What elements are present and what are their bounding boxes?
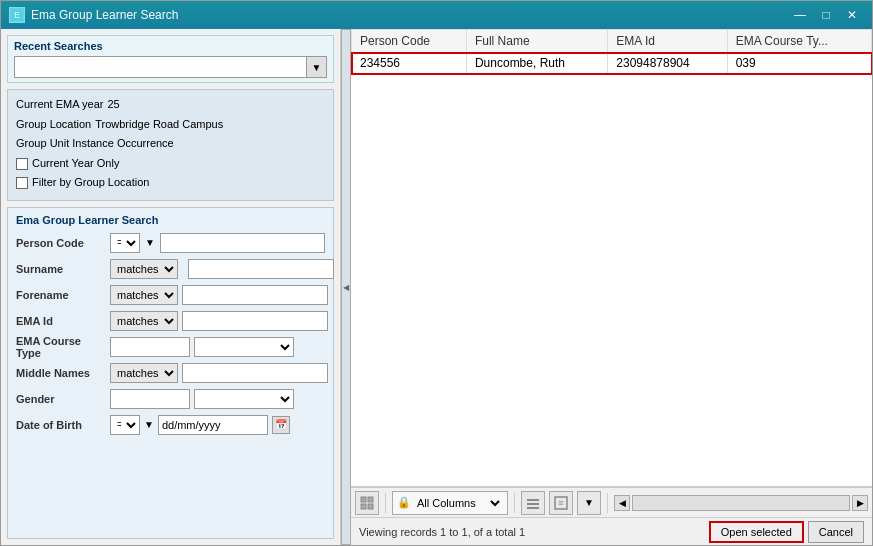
- status-bar: Viewing records 1 to 1, of a total 1 Ope…: [351, 517, 872, 545]
- cell-person-code: 234556: [352, 53, 467, 74]
- ema-id-matches[interactable]: matches: [110, 311, 178, 331]
- lock-icon: 🔒: [397, 496, 411, 509]
- svg-rect-3: [368, 497, 373, 502]
- resize-arrow: ◀: [343, 283, 349, 292]
- dob-input[interactable]: [158, 415, 268, 435]
- dob-label: Date of Birth: [16, 419, 106, 431]
- dob-row: Date of Birth = ▼ 📅: [16, 414, 325, 436]
- svg-text:E: E: [14, 10, 20, 20]
- middle-names-label: Middle Names: [16, 367, 106, 379]
- ema-course-type-label: EMA Course Type: [16, 335, 106, 359]
- calendar-icon[interactable]: 📅: [272, 416, 290, 434]
- gender-row: Gender: [16, 388, 325, 410]
- info-section: Current EMA year 25 Group Location Trowb…: [7, 89, 334, 201]
- right-panel: Person Code Full Name EMA Id EMA Course …: [351, 29, 872, 545]
- gender-input[interactable]: [110, 389, 190, 409]
- left-panel: Recent Searches ▼ Current EMA year 25 Gr…: [1, 29, 341, 545]
- current-ema-label: Current EMA year: [16, 96, 103, 114]
- filter-by-group-label: Filter by Group Location: [32, 174, 149, 192]
- title-bar: E Ema Group Learner Search — □ ✕: [1, 1, 872, 29]
- main-content: Recent Searches ▼ Current EMA year 25 Gr…: [1, 29, 872, 545]
- toolbar-icon-btn-3[interactable]: ≡: [549, 491, 573, 515]
- scroll-track[interactable]: [632, 495, 850, 511]
- svg-rect-4: [361, 504, 366, 509]
- recent-searches-dropdown: ▼: [14, 56, 327, 78]
- person-code-sep: ▼: [145, 237, 155, 248]
- columns-dropdown: 🔒 All Columns Selected Columns: [392, 491, 508, 515]
- forename-label: Forename: [16, 289, 106, 301]
- recent-searches-label: Recent Searches: [14, 40, 327, 52]
- gender-dropdown[interactable]: [194, 389, 294, 409]
- ema-course-type-dropdown[interactable]: [194, 337, 294, 357]
- maximize-button[interactable]: □: [814, 5, 838, 25]
- person-code-row: Person Code = ▼: [16, 232, 325, 254]
- ema-id-label: EMA Id: [16, 315, 106, 327]
- recent-searches-dropdown-btn[interactable]: ▼: [307, 56, 327, 78]
- cancel-button[interactable]: Cancel: [808, 521, 864, 543]
- svg-rect-6: [527, 499, 539, 501]
- title-bar-left: E Ema Group Learner Search: [9, 7, 178, 23]
- middle-names-input[interactable]: [182, 363, 328, 383]
- surname-label: Surname: [16, 263, 106, 275]
- recent-searches-input[interactable]: [14, 56, 307, 78]
- current-year-checkbox[interactable]: [16, 158, 28, 170]
- bottom-toolbar: 🔒 All Columns Selected Columns: [351, 487, 872, 517]
- forename-input[interactable]: [182, 285, 328, 305]
- scroll-right-btn[interactable]: ▶: [852, 495, 868, 511]
- toolbar-icon-btn-1[interactable]: [355, 491, 379, 515]
- middle-names-row: Middle Names matches: [16, 362, 325, 384]
- svg-text:≡: ≡: [558, 498, 563, 508]
- person-code-operator[interactable]: =: [110, 233, 140, 253]
- toolbar-icon-btn-2[interactable]: [521, 491, 545, 515]
- group-unit-row: Group Unit Instance Occurrence: [16, 135, 325, 153]
- status-text: Viewing records 1 to 1, of a total 1: [359, 526, 525, 538]
- cell-ema-id: 23094878904: [608, 53, 727, 74]
- ema-id-input[interactable]: [182, 311, 328, 331]
- ema-course-type-input[interactable]: [110, 337, 190, 357]
- surname-input[interactable]: [188, 259, 334, 279]
- close-button[interactable]: ✕: [840, 5, 864, 25]
- window-title: Ema Group Learner Search: [31, 8, 178, 22]
- group-unit-label: Group Unit Instance Occurrence: [16, 135, 174, 153]
- cell-full-name: Duncombe, Ruth: [466, 53, 607, 74]
- forename-matches[interactable]: matches: [110, 285, 178, 305]
- toolbar-sep-3: [607, 493, 608, 513]
- toolbar-sep-1: [385, 493, 386, 513]
- col-full-name: Full Name: [466, 30, 607, 53]
- search-section: Ema Group Learner Search Person Code = ▼: [7, 207, 334, 539]
- results-table-container: Person Code Full Name EMA Id EMA Course …: [351, 29, 872, 487]
- col-ema-course-type: EMA Course Ty...: [727, 30, 871, 53]
- recent-searches-section: Recent Searches ▼: [7, 35, 334, 83]
- dob-operator[interactable]: =: [110, 415, 140, 435]
- columns-select[interactable]: All Columns Selected Columns: [413, 496, 503, 510]
- svg-rect-7: [527, 503, 539, 505]
- scroll-left-btn[interactable]: ◀: [614, 495, 630, 511]
- title-bar-controls: — □ ✕: [788, 5, 864, 25]
- open-selected-button[interactable]: Open selected: [709, 521, 804, 543]
- svg-rect-8: [527, 507, 539, 509]
- current-year-row: Current Year Only: [16, 155, 325, 173]
- search-section-title: Ema Group Learner Search: [16, 214, 325, 226]
- toolbar-icon-btn-4[interactable]: ▼: [577, 491, 601, 515]
- main-window: E Ema Group Learner Search — □ ✕ Recent …: [0, 0, 873, 546]
- col-ema-id: EMA Id: [608, 30, 727, 53]
- results-table: Person Code Full Name EMA Id EMA Course …: [351, 29, 872, 74]
- table-row[interactable]: 234556 Duncombe, Ruth 23094878904 039: [352, 53, 872, 74]
- person-code-label: Person Code: [16, 237, 106, 249]
- minimize-button[interactable]: —: [788, 5, 812, 25]
- form-grid: Person Code = ▼ Surname matches: [16, 232, 325, 436]
- current-year-label: Current Year Only: [32, 155, 119, 173]
- surname-row: Surname matches: [16, 258, 325, 280]
- toolbar-sep-2: [514, 493, 515, 513]
- svg-rect-2: [361, 497, 366, 502]
- gender-label: Gender: [16, 393, 106, 405]
- surname-matches[interactable]: matches: [110, 259, 178, 279]
- scroll-area: ◀ ▶: [614, 495, 868, 511]
- person-code-input[interactable]: [160, 233, 325, 253]
- group-location-label: Group Location: [16, 116, 91, 134]
- current-ema-value: 25: [107, 96, 119, 114]
- cell-ema-course-type: 039: [727, 53, 871, 74]
- filter-by-group-checkbox[interactable]: [16, 177, 28, 189]
- panel-resize-handle[interactable]: ◀: [341, 29, 351, 545]
- middle-names-matches[interactable]: matches: [110, 363, 178, 383]
